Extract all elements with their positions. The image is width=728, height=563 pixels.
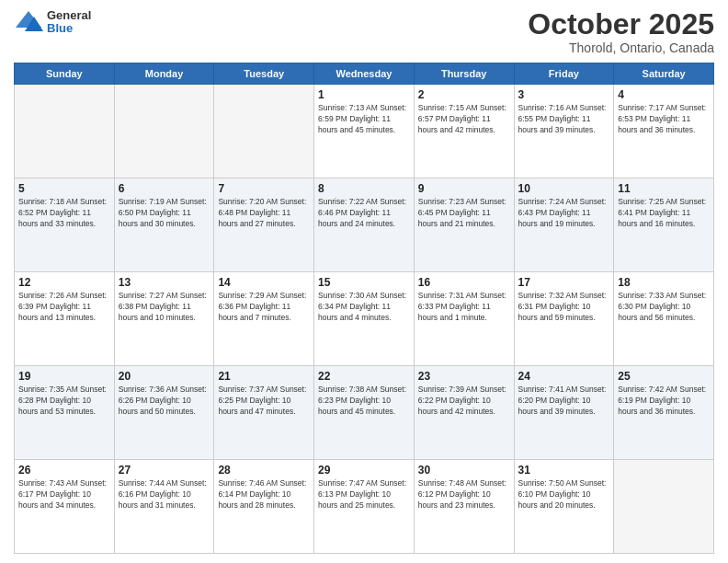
calendar-cell: 11Sunrise: 7:25 AM Sunset: 6:41 PM Dayli…	[614, 178, 714, 272]
day-header-monday: Monday	[114, 63, 214, 85]
day-number: 28	[218, 464, 310, 477]
calendar-cell	[614, 460, 714, 554]
week-row-5: 26Sunrise: 7:43 AM Sunset: 6:17 PM Dayli…	[15, 460, 714, 554]
week-row-1: 1Sunrise: 7:13 AM Sunset: 6:59 PM Daylig…	[15, 85, 714, 178]
day-info: Sunrise: 7:37 AM Sunset: 6:25 PM Dayligh…	[218, 385, 310, 418]
day-info: Sunrise: 7:18 AM Sunset: 6:52 PM Dayligh…	[18, 197, 110, 230]
calendar-cell: 17Sunrise: 7:32 AM Sunset: 6:31 PM Dayli…	[514, 272, 614, 366]
day-info: Sunrise: 7:31 AM Sunset: 6:33 PM Dayligh…	[418, 291, 510, 324]
calendar-cell: 13Sunrise: 7:27 AM Sunset: 6:38 PM Dayli…	[114, 272, 214, 366]
logo-general: General	[47, 9, 91, 22]
day-number: 5	[18, 182, 110, 195]
day-info: Sunrise: 7:15 AM Sunset: 6:57 PM Dayligh…	[418, 103, 510, 136]
day-info: Sunrise: 7:26 AM Sunset: 6:39 PM Dayligh…	[18, 291, 110, 324]
calendar-cell: 22Sunrise: 7:38 AM Sunset: 6:23 PM Dayli…	[314, 366, 415, 460]
calendar-cell: 27Sunrise: 7:44 AM Sunset: 6:16 PM Dayli…	[114, 460, 214, 554]
day-info: Sunrise: 7:32 AM Sunset: 6:31 PM Dayligh…	[518, 291, 610, 324]
day-number: 2	[418, 88, 510, 101]
day-number: 1	[318, 88, 410, 101]
calendar-cell: 30Sunrise: 7:48 AM Sunset: 6:12 PM Dayli…	[414, 460, 514, 554]
day-info: Sunrise: 7:48 AM Sunset: 6:12 PM Dayligh…	[418, 478, 510, 511]
page: General Blue October 2025 Thorold, Ontar…	[0, 0, 728, 563]
calendar-table: SundayMondayTuesdayWednesdayThursdayFrid…	[14, 63, 714, 554]
day-number: 7	[218, 182, 310, 195]
calendar-cell	[114, 85, 214, 178]
day-number: 25	[618, 370, 710, 383]
calendar-cell: 6Sunrise: 7:19 AM Sunset: 6:50 PM Daylig…	[114, 178, 214, 272]
day-number: 11	[618, 182, 710, 195]
day-info: Sunrise: 7:35 AM Sunset: 6:28 PM Dayligh…	[18, 385, 110, 418]
days-header-row: SundayMondayTuesdayWednesdayThursdayFrid…	[15, 63, 714, 85]
day-number: 14	[218, 276, 310, 289]
calendar-cell: 16Sunrise: 7:31 AM Sunset: 6:33 PM Dayli…	[414, 272, 514, 366]
day-number: 6	[119, 182, 210, 195]
calendar-cell: 20Sunrise: 7:36 AM Sunset: 6:26 PM Dayli…	[114, 366, 214, 460]
header: General Blue October 2025 Thorold, Ontar…	[14, 9, 714, 55]
calendar-cell: 23Sunrise: 7:39 AM Sunset: 6:22 PM Dayli…	[414, 366, 514, 460]
day-number: 16	[418, 276, 510, 289]
calendar-cell: 14Sunrise: 7:29 AM Sunset: 6:36 PM Dayli…	[214, 272, 314, 366]
day-header-thursday: Thursday	[414, 63, 514, 85]
day-info: Sunrise: 7:29 AM Sunset: 6:36 PM Dayligh…	[218, 291, 310, 324]
title-section: October 2025 Thorold, Ontario, Canada	[528, 9, 714, 55]
calendar-cell: 18Sunrise: 7:33 AM Sunset: 6:30 PM Dayli…	[614, 272, 714, 366]
day-number: 19	[18, 370, 110, 383]
calendar-cell: 8Sunrise: 7:22 AM Sunset: 6:46 PM Daylig…	[314, 178, 415, 272]
day-info: Sunrise: 7:44 AM Sunset: 6:16 PM Dayligh…	[119, 478, 210, 511]
logo-blue: Blue	[47, 22, 91, 35]
day-number: 31	[518, 464, 610, 477]
day-info: Sunrise: 7:23 AM Sunset: 6:45 PM Dayligh…	[418, 197, 510, 230]
day-number: 9	[418, 182, 510, 195]
calendar-cell: 2Sunrise: 7:15 AM Sunset: 6:57 PM Daylig…	[414, 85, 514, 178]
day-number: 27	[119, 464, 210, 477]
calendar-cell: 4Sunrise: 7:17 AM Sunset: 6:53 PM Daylig…	[614, 85, 714, 178]
logo-text: General Blue	[47, 9, 91, 36]
day-number: 3	[518, 88, 610, 101]
day-header-saturday: Saturday	[614, 63, 714, 85]
day-info: Sunrise: 7:42 AM Sunset: 6:19 PM Dayligh…	[618, 385, 710, 418]
day-info: Sunrise: 7:33 AM Sunset: 6:30 PM Dayligh…	[618, 291, 710, 324]
logo-icon	[14, 9, 43, 35]
day-number: 24	[518, 370, 610, 383]
day-info: Sunrise: 7:16 AM Sunset: 6:55 PM Dayligh…	[518, 103, 610, 136]
day-header-wednesday: Wednesday	[314, 63, 415, 85]
day-info: Sunrise: 7:43 AM Sunset: 6:17 PM Dayligh…	[18, 478, 110, 511]
day-info: Sunrise: 7:22 AM Sunset: 6:46 PM Dayligh…	[318, 197, 410, 230]
calendar-cell: 24Sunrise: 7:41 AM Sunset: 6:20 PM Dayli…	[514, 366, 614, 460]
month-title: October 2025	[528, 9, 714, 39]
day-number: 4	[618, 88, 710, 101]
calendar-cell	[15, 85, 115, 178]
day-number: 18	[618, 276, 710, 289]
calendar-cell: 10Sunrise: 7:24 AM Sunset: 6:43 PM Dayli…	[514, 178, 614, 272]
day-info: Sunrise: 7:24 AM Sunset: 6:43 PM Dayligh…	[518, 197, 610, 230]
calendar-cell: 28Sunrise: 7:46 AM Sunset: 6:14 PM Dayli…	[214, 460, 314, 554]
calendar-cell: 19Sunrise: 7:35 AM Sunset: 6:28 PM Dayli…	[15, 366, 115, 460]
day-header-sunday: Sunday	[15, 63, 115, 85]
calendar-cell: 26Sunrise: 7:43 AM Sunset: 6:17 PM Dayli…	[15, 460, 115, 554]
day-info: Sunrise: 7:30 AM Sunset: 6:34 PM Dayligh…	[318, 291, 410, 324]
calendar-cell: 1Sunrise: 7:13 AM Sunset: 6:59 PM Daylig…	[314, 85, 415, 178]
day-info: Sunrise: 7:19 AM Sunset: 6:50 PM Dayligh…	[119, 197, 210, 230]
calendar-cell: 25Sunrise: 7:42 AM Sunset: 6:19 PM Dayli…	[614, 366, 714, 460]
day-info: Sunrise: 7:46 AM Sunset: 6:14 PM Dayligh…	[218, 478, 310, 511]
week-row-2: 5Sunrise: 7:18 AM Sunset: 6:52 PM Daylig…	[15, 178, 714, 272]
logo: General Blue	[14, 9, 91, 36]
calendar-cell: 9Sunrise: 7:23 AM Sunset: 6:45 PM Daylig…	[414, 178, 514, 272]
day-info: Sunrise: 7:17 AM Sunset: 6:53 PM Dayligh…	[618, 103, 710, 136]
calendar-cell: 12Sunrise: 7:26 AM Sunset: 6:39 PM Dayli…	[15, 272, 115, 366]
location: Thorold, Ontario, Canada	[528, 40, 714, 55]
day-info: Sunrise: 7:41 AM Sunset: 6:20 PM Dayligh…	[518, 385, 610, 418]
day-info: Sunrise: 7:47 AM Sunset: 6:13 PM Dayligh…	[318, 478, 410, 511]
day-number: 26	[18, 464, 110, 477]
day-info: Sunrise: 7:27 AM Sunset: 6:38 PM Dayligh…	[119, 291, 210, 324]
day-number: 8	[318, 182, 410, 195]
day-number: 20	[119, 370, 210, 383]
day-number: 22	[318, 370, 410, 383]
day-info: Sunrise: 7:38 AM Sunset: 6:23 PM Dayligh…	[318, 385, 410, 418]
day-info: Sunrise: 7:39 AM Sunset: 6:22 PM Dayligh…	[418, 385, 510, 418]
day-number: 10	[518, 182, 610, 195]
day-info: Sunrise: 7:13 AM Sunset: 6:59 PM Dayligh…	[318, 103, 410, 136]
day-info: Sunrise: 7:36 AM Sunset: 6:26 PM Dayligh…	[119, 385, 210, 418]
day-number: 30	[418, 464, 510, 477]
day-number: 15	[318, 276, 410, 289]
